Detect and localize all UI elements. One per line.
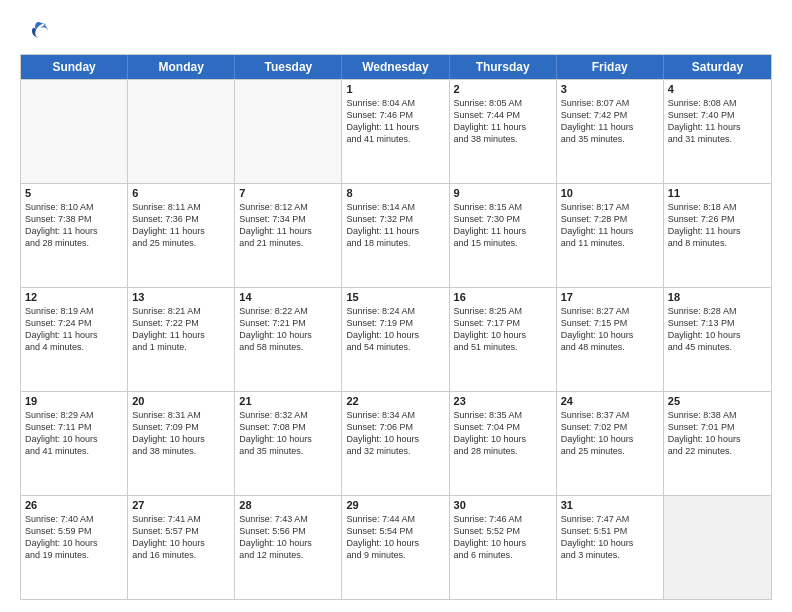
- day-info: Sunrise: 8:27 AM Sunset: 7:15 PM Dayligh…: [561, 305, 659, 354]
- logo: [20, 18, 52, 46]
- day-info: Sunrise: 8:15 AM Sunset: 7:30 PM Dayligh…: [454, 201, 552, 250]
- calendar-week-2: 5Sunrise: 8:10 AM Sunset: 7:38 PM Daylig…: [21, 183, 771, 287]
- day-info: Sunrise: 8:11 AM Sunset: 7:36 PM Dayligh…: [132, 201, 230, 250]
- day-info: Sunrise: 8:21 AM Sunset: 7:22 PM Dayligh…: [132, 305, 230, 354]
- day-number: 23: [454, 395, 552, 407]
- empty-cell: [128, 80, 235, 183]
- day-cell-23: 23Sunrise: 8:35 AM Sunset: 7:04 PM Dayli…: [450, 392, 557, 495]
- day-number: 21: [239, 395, 337, 407]
- day-header-wednesday: Wednesday: [342, 55, 449, 79]
- day-cell-17: 17Sunrise: 8:27 AM Sunset: 7:15 PM Dayli…: [557, 288, 664, 391]
- day-number: 30: [454, 499, 552, 511]
- day-info: Sunrise: 7:41 AM Sunset: 5:57 PM Dayligh…: [132, 513, 230, 562]
- day-cell-7: 7Sunrise: 8:12 AM Sunset: 7:34 PM Daylig…: [235, 184, 342, 287]
- page: SundayMondayTuesdayWednesdayThursdayFrid…: [0, 0, 792, 612]
- day-cell-16: 16Sunrise: 8:25 AM Sunset: 7:17 PM Dayli…: [450, 288, 557, 391]
- day-info: Sunrise: 8:29 AM Sunset: 7:11 PM Dayligh…: [25, 409, 123, 458]
- day-info: Sunrise: 8:24 AM Sunset: 7:19 PM Dayligh…: [346, 305, 444, 354]
- header: [20, 18, 772, 46]
- day-number: 31: [561, 499, 659, 511]
- day-cell-28: 28Sunrise: 7:43 AM Sunset: 5:56 PM Dayli…: [235, 496, 342, 599]
- day-number: 10: [561, 187, 659, 199]
- day-cell-11: 11Sunrise: 8:18 AM Sunset: 7:26 PM Dayli…: [664, 184, 771, 287]
- day-number: 1: [346, 83, 444, 95]
- day-cell-6: 6Sunrise: 8:11 AM Sunset: 7:36 PM Daylig…: [128, 184, 235, 287]
- day-cell-12: 12Sunrise: 8:19 AM Sunset: 7:24 PM Dayli…: [21, 288, 128, 391]
- day-info: Sunrise: 8:32 AM Sunset: 7:08 PM Dayligh…: [239, 409, 337, 458]
- day-number: 20: [132, 395, 230, 407]
- day-cell-10: 10Sunrise: 8:17 AM Sunset: 7:28 PM Dayli…: [557, 184, 664, 287]
- day-cell-4: 4Sunrise: 8:08 AM Sunset: 7:40 PM Daylig…: [664, 80, 771, 183]
- day-cell-29: 29Sunrise: 7:44 AM Sunset: 5:54 PM Dayli…: [342, 496, 449, 599]
- day-info: Sunrise: 8:05 AM Sunset: 7:44 PM Dayligh…: [454, 97, 552, 146]
- calendar-week-4: 19Sunrise: 8:29 AM Sunset: 7:11 PM Dayli…: [21, 391, 771, 495]
- day-cell-18: 18Sunrise: 8:28 AM Sunset: 7:13 PM Dayli…: [664, 288, 771, 391]
- day-cell-15: 15Sunrise: 8:24 AM Sunset: 7:19 PM Dayli…: [342, 288, 449, 391]
- day-info: Sunrise: 8:04 AM Sunset: 7:46 PM Dayligh…: [346, 97, 444, 146]
- day-header-sunday: Sunday: [21, 55, 128, 79]
- day-number: 11: [668, 187, 767, 199]
- day-info: Sunrise: 7:43 AM Sunset: 5:56 PM Dayligh…: [239, 513, 337, 562]
- day-number: 3: [561, 83, 659, 95]
- day-number: 13: [132, 291, 230, 303]
- empty-cell: [235, 80, 342, 183]
- day-number: 15: [346, 291, 444, 303]
- calendar: SundayMondayTuesdayWednesdayThursdayFrid…: [20, 54, 772, 600]
- day-cell-19: 19Sunrise: 8:29 AM Sunset: 7:11 PM Dayli…: [21, 392, 128, 495]
- day-cell-20: 20Sunrise: 8:31 AM Sunset: 7:09 PM Dayli…: [128, 392, 235, 495]
- day-number: 7: [239, 187, 337, 199]
- day-info: Sunrise: 8:25 AM Sunset: 7:17 PM Dayligh…: [454, 305, 552, 354]
- day-info: Sunrise: 8:28 AM Sunset: 7:13 PM Dayligh…: [668, 305, 767, 354]
- day-cell-27: 27Sunrise: 7:41 AM Sunset: 5:57 PM Dayli…: [128, 496, 235, 599]
- day-info: Sunrise: 8:37 AM Sunset: 7:02 PM Dayligh…: [561, 409, 659, 458]
- calendar-week-5: 26Sunrise: 7:40 AM Sunset: 5:59 PM Dayli…: [21, 495, 771, 599]
- day-number: 2: [454, 83, 552, 95]
- day-cell-22: 22Sunrise: 8:34 AM Sunset: 7:06 PM Dayli…: [342, 392, 449, 495]
- day-cell-13: 13Sunrise: 8:21 AM Sunset: 7:22 PM Dayli…: [128, 288, 235, 391]
- day-info: Sunrise: 7:47 AM Sunset: 5:51 PM Dayligh…: [561, 513, 659, 562]
- day-info: Sunrise: 8:19 AM Sunset: 7:24 PM Dayligh…: [25, 305, 123, 354]
- day-cell-21: 21Sunrise: 8:32 AM Sunset: 7:08 PM Dayli…: [235, 392, 342, 495]
- day-cell-1: 1Sunrise: 8:04 AM Sunset: 7:46 PM Daylig…: [342, 80, 449, 183]
- day-number: 5: [25, 187, 123, 199]
- day-info: Sunrise: 7:46 AM Sunset: 5:52 PM Dayligh…: [454, 513, 552, 562]
- day-info: Sunrise: 8:12 AM Sunset: 7:34 PM Dayligh…: [239, 201, 337, 250]
- day-number: 8: [346, 187, 444, 199]
- day-number: 4: [668, 83, 767, 95]
- day-cell-9: 9Sunrise: 8:15 AM Sunset: 7:30 PM Daylig…: [450, 184, 557, 287]
- calendar-week-3: 12Sunrise: 8:19 AM Sunset: 7:24 PM Dayli…: [21, 287, 771, 391]
- day-number: 18: [668, 291, 767, 303]
- day-number: 27: [132, 499, 230, 511]
- day-info: Sunrise: 8:07 AM Sunset: 7:42 PM Dayligh…: [561, 97, 659, 146]
- day-cell-26: 26Sunrise: 7:40 AM Sunset: 5:59 PM Dayli…: [21, 496, 128, 599]
- day-info: Sunrise: 8:22 AM Sunset: 7:21 PM Dayligh…: [239, 305, 337, 354]
- day-header-tuesday: Tuesday: [235, 55, 342, 79]
- logo-text: [20, 18, 52, 46]
- day-info: Sunrise: 8:17 AM Sunset: 7:28 PM Dayligh…: [561, 201, 659, 250]
- logo-bird-icon: [24, 18, 52, 46]
- day-number: 24: [561, 395, 659, 407]
- day-info: Sunrise: 8:35 AM Sunset: 7:04 PM Dayligh…: [454, 409, 552, 458]
- day-cell-31: 31Sunrise: 7:47 AM Sunset: 5:51 PM Dayli…: [557, 496, 664, 599]
- day-number: 16: [454, 291, 552, 303]
- day-number: 28: [239, 499, 337, 511]
- calendar-week-1: 1Sunrise: 8:04 AM Sunset: 7:46 PM Daylig…: [21, 79, 771, 183]
- day-info: Sunrise: 8:18 AM Sunset: 7:26 PM Dayligh…: [668, 201, 767, 250]
- day-info: Sunrise: 7:44 AM Sunset: 5:54 PM Dayligh…: [346, 513, 444, 562]
- day-cell-30: 30Sunrise: 7:46 AM Sunset: 5:52 PM Dayli…: [450, 496, 557, 599]
- day-cell-25: 25Sunrise: 8:38 AM Sunset: 7:01 PM Dayli…: [664, 392, 771, 495]
- day-info: Sunrise: 7:40 AM Sunset: 5:59 PM Dayligh…: [25, 513, 123, 562]
- day-cell-5: 5Sunrise: 8:10 AM Sunset: 7:38 PM Daylig…: [21, 184, 128, 287]
- day-number: 9: [454, 187, 552, 199]
- day-number: 19: [25, 395, 123, 407]
- day-header-saturday: Saturday: [664, 55, 771, 79]
- day-info: Sunrise: 8:10 AM Sunset: 7:38 PM Dayligh…: [25, 201, 123, 250]
- day-cell-3: 3Sunrise: 8:07 AM Sunset: 7:42 PM Daylig…: [557, 80, 664, 183]
- day-number: 6: [132, 187, 230, 199]
- day-cell-2: 2Sunrise: 8:05 AM Sunset: 7:44 PM Daylig…: [450, 80, 557, 183]
- calendar-header: SundayMondayTuesdayWednesdayThursdayFrid…: [21, 55, 771, 79]
- day-cell-8: 8Sunrise: 8:14 AM Sunset: 7:32 PM Daylig…: [342, 184, 449, 287]
- day-number: 25: [668, 395, 767, 407]
- calendar-body: 1Sunrise: 8:04 AM Sunset: 7:46 PM Daylig…: [21, 79, 771, 599]
- day-info: Sunrise: 8:31 AM Sunset: 7:09 PM Dayligh…: [132, 409, 230, 458]
